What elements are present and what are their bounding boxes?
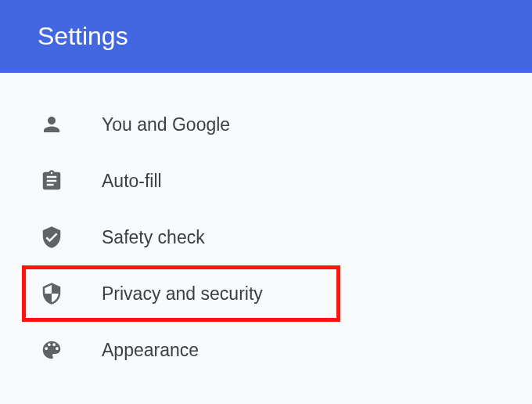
menu-item-appearance[interactable]: Appearance (0, 322, 532, 378)
menu-item-autofill[interactable]: Auto-fill (0, 153, 532, 209)
palette-icon (39, 337, 64, 363)
menu-item-privacy-security[interactable]: Privacy and security (22, 265, 340, 322)
menu-item-label: Auto-fill (102, 171, 162, 192)
menu-item-label: Privacy and security (102, 283, 263, 305)
menu-item-label: Appearance (102, 340, 199, 361)
menu-item-label: You and Google (102, 114, 230, 135)
menu-item-safety-check[interactable]: Safety check (0, 209, 532, 265)
person-icon (39, 112, 64, 137)
security-shield-icon (39, 281, 64, 306)
clipboard-icon (39, 168, 64, 193)
settings-header: Settings (0, 0, 532, 73)
settings-menu: You and Google Auto-fill Safety check Pr… (0, 73, 532, 378)
menu-item-you-and-google[interactable]: You and Google (0, 96, 532, 153)
shield-check-icon (39, 225, 64, 250)
menu-item-label: Safety check (102, 227, 205, 248)
page-title: Settings (38, 22, 128, 50)
